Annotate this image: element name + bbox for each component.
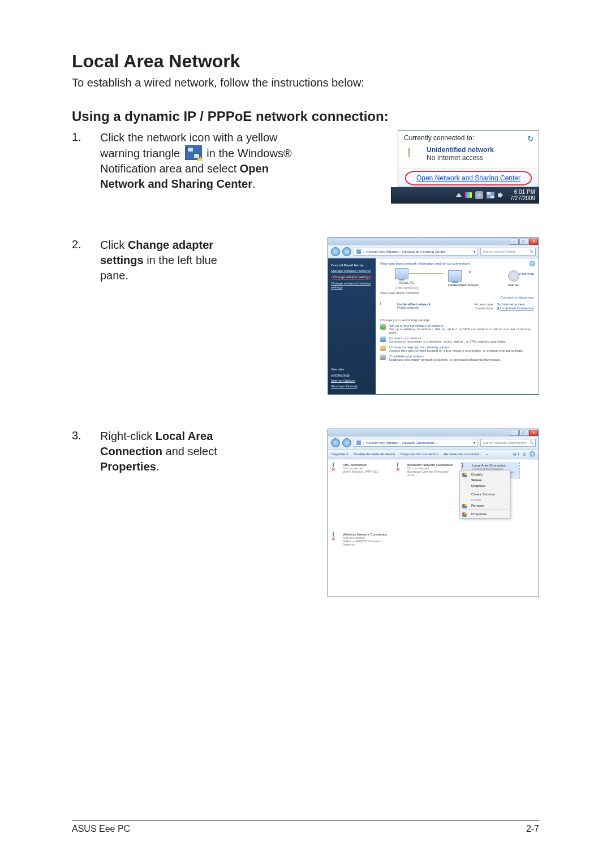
sidebar-home[interactable]: Control Panel Home	[331, 264, 373, 267]
menu-delete[interactable]: Delete	[460, 497, 510, 503]
step-1-end: .	[252, 178, 256, 190]
forward-button[interactable]	[342, 247, 351, 256]
refresh-icon[interactable]: ↻	[527, 134, 534, 143]
nsc-sidebar: Control Panel Home Manage wireless netwo…	[328, 258, 376, 394]
toolbar-diagnose[interactable]: Diagnose this connection	[401, 452, 438, 456]
conn-wnc-device: Atheros AR9285 Wireless Network...	[343, 539, 389, 546]
nc-bc-1: Network and Internet	[366, 441, 398, 444]
menu-properties[interactable]: Properties	[460, 511, 510, 517]
tray-network-icon[interactable]	[487, 192, 494, 198]
menu-create-shortcut[interactable]: Create Shortcut	[460, 491, 510, 497]
minimize-button[interactable]: –	[510, 239, 519, 245]
search-input[interactable]: Search Control Panel 🔍	[480, 248, 536, 256]
maximize-button[interactable]: ▢	[519, 239, 528, 245]
toolbar-organize[interactable]: Organize ▾	[332, 452, 348, 456]
task-connect-network[interactable]: Connect to a networkConnect or reconnect…	[380, 336, 534, 343]
step-3-bold-2: Properties	[100, 460, 156, 473]
nc-minimize-button[interactable]: –	[510, 430, 519, 436]
network-map: ✕ ASUS-PC (This computer) Unidentified n…	[380, 268, 534, 290]
task-new-connection-icon	[380, 324, 386, 330]
shield-icon	[462, 473, 467, 477]
toolbar-rename[interactable]: Rename this connection	[444, 452, 480, 456]
flyout-network-name: Unidentified network	[427, 146, 494, 154]
conn-bluetooth-icon: ✕	[397, 463, 405, 471]
volume-icon[interactable]	[498, 192, 505, 198]
view-mode-icon[interactable]: ▤ ▾	[513, 452, 519, 456]
sidebar-change-adapter[interactable]: Change adapter settings	[331, 275, 373, 280]
task-troubleshoot[interactable]: Troubleshoot problemsDiagnose and repair…	[380, 355, 534, 361]
nc-search-input[interactable]: Search Network Connections 🔍	[480, 439, 536, 447]
sidebar-windows-firewall[interactable]: Windows Firewall	[331, 385, 373, 388]
map-internet-icon	[508, 270, 519, 282]
conn-wireless[interactable]: ✕ Wireless Network Connection Not connec…	[333, 533, 389, 546]
preview-pane-icon[interactable]: ▥	[523, 452, 526, 456]
menu-sep-1	[462, 490, 507, 490]
step-2-pre: Click	[100, 239, 128, 251]
conn-wnc-name: Wireless Network Connection	[343, 533, 389, 536]
help-icon[interactable]: ?	[530, 261, 535, 266]
nsc-bc-2: Network and Sharing Center	[402, 250, 445, 253]
sidebar-homegroup[interactable]: HomeGroup	[331, 373, 373, 377]
sidebar-manage-wireless[interactable]: Manage wireless networks	[331, 269, 373, 273]
conn-bt-name: Bluetooth Network Connection	[407, 463, 454, 467]
nc-back-button[interactable]	[331, 438, 340, 447]
nc-breadcrumb[interactable]: « Network and Internet › Network Connect…	[354, 439, 478, 447]
open-nsc-link[interactable]: Open Network and Sharing Center	[398, 170, 539, 187]
menu-disable[interactable]: Disable	[460, 472, 510, 477]
flyout-network-status: No Internet access	[427, 154, 494, 162]
map-internet-label: Internet	[508, 283, 519, 287]
task-connect-network-icon	[380, 336, 386, 342]
monitor-icon	[408, 149, 422, 160]
nc-close-button[interactable]: ✕	[529, 430, 538, 436]
menu-diagnose[interactable]: Diagnose	[460, 483, 510, 489]
tray-overflow-icon[interactable]	[456, 193, 462, 197]
toolbar-disable[interactable]: Disable this network device	[354, 452, 395, 456]
tray-clock[interactable]: 6:01 PM 7/27/2009	[508, 189, 536, 201]
conn-abc-icon: ✕	[333, 463, 341, 471]
nc-bc-2: Network Connections	[402, 441, 434, 444]
nc-maximize-button[interactable]: ▢	[519, 430, 528, 436]
divider	[398, 168, 539, 169]
flyout-header: Currently connected to:	[404, 134, 474, 143]
close-button[interactable]: ✕	[529, 239, 538, 245]
menu-rename[interactable]: Rename	[460, 503, 510, 508]
help-icon-2[interactable]: ?	[530, 451, 535, 457]
sidebar-advanced-sharing[interactable]: Change advanced sharing settings	[331, 282, 373, 290]
menu-sep-2	[462, 509, 507, 510]
red-highlight-2: Change adapter settings	[331, 275, 372, 280]
taskbar: 6:01 PM 7/27/2009	[391, 187, 539, 204]
sidebar-internet-options[interactable]: Internet Options	[331, 379, 373, 383]
nc-search-icon: 🔍	[530, 441, 533, 444]
step-1: 1. Click the network icon with a yellow …	[72, 130, 539, 204]
task-new-connection[interactable]: Set up a new connection or networkSet up…	[380, 324, 534, 334]
sidebar-see-also: See also	[331, 368, 373, 372]
step-1-text: Click the network icon with a yellow war…	[100, 130, 304, 192]
tray-time: 6:01 PM	[510, 189, 536, 195]
active-network: Unidentified network Public network Acce…	[380, 301, 534, 315]
nsc-title: View your basic network information and …	[380, 262, 534, 265]
conn-bluetooth[interactable]: ✕ Bluetooth Network Connection Not conne…	[397, 463, 454, 477]
step-1-number: 1.	[72, 130, 85, 144]
nc-toolbar: Organize ▾ Disable this network device D…	[328, 450, 539, 459]
conn-abc[interactable]: ✕ ABC connection Disconnected WAN Minipo…	[333, 463, 389, 473]
open-nsc-link-label: Open Network and Sharing Center	[416, 174, 520, 182]
footer-right: 2-7	[526, 824, 539, 834]
power-icon[interactable]	[475, 191, 483, 199]
step-2-text: Click Change adapter settings in the lef…	[100, 237, 242, 283]
back-button[interactable]	[331, 247, 340, 256]
connections-value[interactable]: Local Area Connection	[500, 306, 534, 310]
nsc-bc-icon	[356, 249, 361, 254]
connect-disconnect-link[interactable]: Connect or disconnect	[380, 296, 534, 299]
step-2: 2. Click Change adapter settings in the …	[72, 237, 539, 395]
nc-bc-icon	[356, 441, 361, 445]
nc-forward-button[interactable]	[342, 438, 351, 447]
flyout-network-row[interactable]: Unidentified network No Internet access	[398, 145, 539, 167]
task-homegroup[interactable]: Choose homegroup and sharing optionsAcce…	[380, 346, 534, 352]
task-homegroup-icon	[380, 346, 386, 351]
breadcrumb[interactable]: « Network and Internet › Network and Sha…	[354, 248, 478, 256]
tray-date: 7/27/2009	[510, 195, 536, 201]
action-center-icon[interactable]	[465, 192, 472, 198]
intro-text: To establish a wired network, follow the…	[72, 76, 539, 89]
menu-status[interactable]: Status	[460, 477, 510, 483]
step-3-number: 3.	[72, 429, 85, 442]
